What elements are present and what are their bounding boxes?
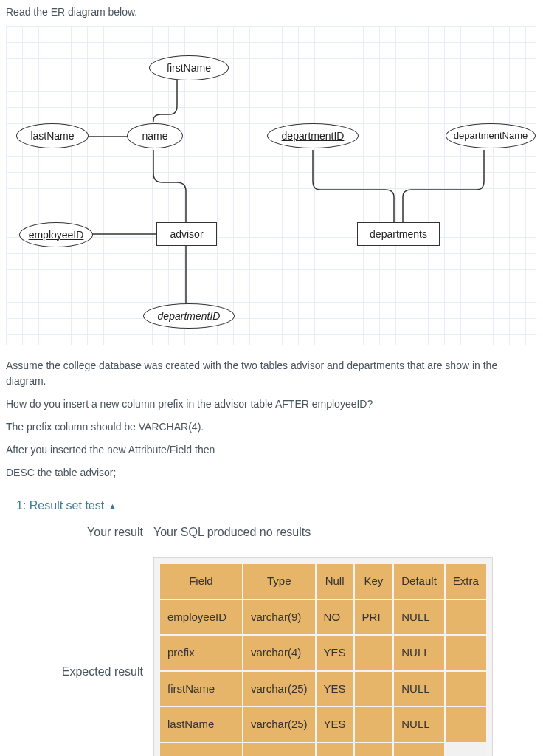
question-line: DESC the table advisor;: [6, 465, 537, 481]
er-diagram-connectors: [6, 26, 536, 345]
your-result-row: Your result Your SQL produced no results: [0, 519, 543, 544]
table-header: Null: [317, 564, 353, 599]
entity-departments: departments: [357, 222, 440, 246]
table-cell: NULL: [394, 707, 444, 742]
table-cell: NO: [317, 743, 353, 757]
er-diagram: firstName lastName name departmentID dep…: [6, 26, 536, 345]
table-cell: [446, 743, 486, 757]
expected-result-label: Expected result: [6, 662, 153, 681]
table-cell: NO: [317, 600, 353, 635]
expected-result-table-wrap: FieldTypeNullKeyDefaultExtra employeeIDv…: [153, 557, 493, 756]
expected-result-table: FieldTypeNullKeyDefaultExtra employeeIDv…: [159, 563, 488, 756]
attr-name: name: [127, 123, 183, 148]
table-cell: NULL: [394, 636, 444, 670]
table-row: firstNamevarchar(25)YESNULL: [160, 672, 486, 707]
table-cell: varchar(4): [243, 743, 315, 757]
table-cell: YES: [317, 707, 353, 742]
question-line: After you inserted the new Attribute/Fie…: [6, 442, 537, 458]
expected-result-row: Expected result FieldTypeNullKeyDefaultE…: [0, 554, 543, 756]
entity-advisor: advisor: [156, 222, 217, 246]
table-header: Extra: [446, 564, 486, 599]
table-cell: varchar(9): [243, 600, 315, 635]
table-cell: NULL: [394, 743, 444, 757]
table-header: Key: [355, 564, 393, 599]
table-cell: NULL: [394, 672, 444, 707]
table-row: lastNamevarchar(25)YESNULL: [160, 707, 486, 742]
table-cell: employeeID: [160, 600, 242, 635]
table-cell: prefix: [160, 636, 242, 670]
attr-firstName: firstName: [149, 55, 229, 80]
table-cell: varchar(25): [243, 672, 315, 707]
table-cell: MUL: [355, 743, 393, 757]
your-result-message: Your SQL produced no results: [153, 522, 311, 541]
table-cell: [446, 636, 486, 670]
table-row: departmentIDvarchar(4)NOMULNULL: [160, 743, 486, 757]
table-header: Field: [160, 564, 242, 599]
chevron-up-icon: ▲: [106, 501, 117, 512]
attr-departmentID-advisor: departmentID: [143, 303, 235, 329]
table-cell: [446, 672, 486, 707]
table-header: Default: [394, 564, 444, 599]
instruction-text: Read the ER diagram below.: [0, 0, 543, 26]
attr-employeeID: employeeID: [19, 222, 93, 247]
table-cell: firstName: [160, 672, 242, 707]
table-cell: varchar(25): [243, 707, 315, 742]
attr-lastName: lastName: [16, 123, 89, 148]
attr-departmentID-dept: departmentID: [267, 123, 359, 148]
table-cell: [446, 600, 486, 635]
question-line: How do you insert a new column prefix in…: [6, 396, 537, 412]
attr-departmentName: departmentName: [446, 123, 536, 148]
table-cell: varchar(4): [243, 636, 315, 670]
your-result-label: Your result: [6, 522, 153, 541]
question-text: Assume the college database was created …: [0, 351, 543, 492]
table-cell: YES: [317, 672, 353, 707]
question-line: The prefix column should be VARCHAR(4).: [6, 419, 537, 435]
question-line: Assume the college database was created …: [6, 358, 537, 389]
table-cell: YES: [317, 636, 353, 670]
table-cell: lastName: [160, 707, 242, 742]
table-cell: NULL: [394, 600, 444, 635]
table-row: prefixvarchar(4)YESNULL: [160, 636, 486, 670]
result-set-header[interactable]: 1: Result set test ▲: [0, 492, 543, 519]
table-cell: [355, 672, 393, 707]
table-cell: departmentID: [160, 743, 242, 757]
table-header: Type: [243, 564, 315, 599]
table-row: employeeIDvarchar(9)NOPRINULL: [160, 600, 486, 635]
table-cell: [446, 707, 486, 742]
table-cell: [355, 707, 393, 742]
table-cell: [355, 636, 393, 670]
table-cell: PRI: [355, 600, 393, 635]
